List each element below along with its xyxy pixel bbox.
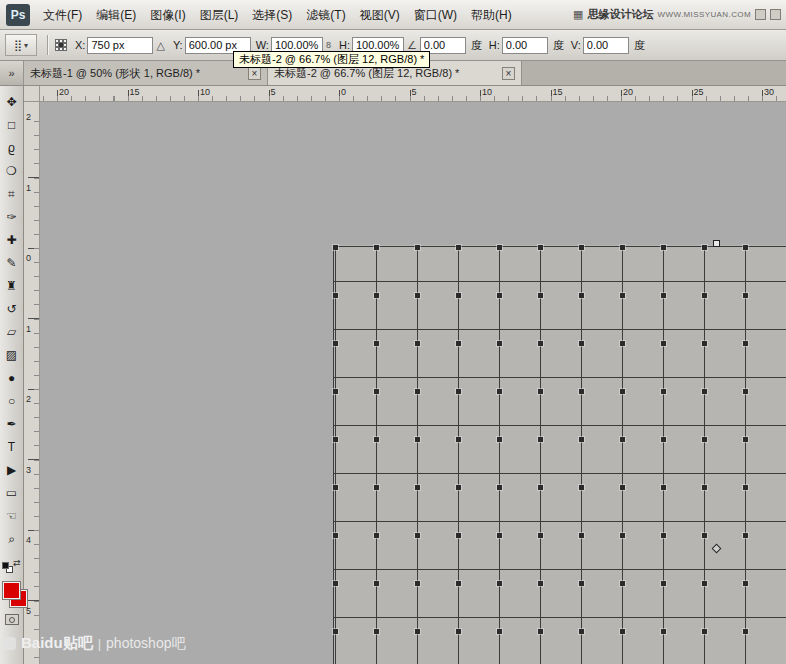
mesh-anchor-point[interactable] bbox=[579, 389, 584, 394]
mesh-anchor-point[interactable] bbox=[661, 341, 666, 346]
clone-stamp-tool[interactable]: ♜ bbox=[0, 274, 23, 297]
mesh-anchor-point[interactable] bbox=[374, 581, 379, 586]
mesh-anchor-point[interactable] bbox=[702, 629, 707, 634]
mesh-anchor-point[interactable] bbox=[456, 533, 461, 538]
mesh-anchor-point[interactable] bbox=[415, 293, 420, 298]
mesh-anchor-point[interactable] bbox=[661, 437, 666, 442]
mesh-anchor-point[interactable] bbox=[497, 245, 502, 250]
mesh-anchor-point[interactable] bbox=[620, 437, 625, 442]
hand-tool[interactable]: ☜ bbox=[0, 504, 23, 527]
mesh-anchor-point[interactable] bbox=[415, 389, 420, 394]
document-tab-1[interactable]: 未标题-1 @ 50% (形状 1, RGB/8) *× bbox=[24, 61, 268, 85]
tab-close-icon[interactable]: × bbox=[248, 67, 261, 80]
mesh-anchor-point[interactable] bbox=[702, 437, 707, 442]
panel-collapse-button[interactable]: » bbox=[0, 61, 24, 85]
ruler-origin-corner[interactable] bbox=[24, 86, 40, 102]
mesh-anchor-point[interactable] bbox=[579, 629, 584, 634]
mesh-anchor-point[interactable] bbox=[374, 389, 379, 394]
mesh-anchor-point[interactable] bbox=[579, 533, 584, 538]
mesh-anchor-point[interactable] bbox=[620, 533, 625, 538]
mesh-anchor-point[interactable] bbox=[333, 389, 338, 394]
menu-item-filter[interactable]: 滤镜(T) bbox=[299, 1, 352, 29]
mesh-anchor-point[interactable] bbox=[702, 293, 707, 298]
mesh-anchor-point[interactable] bbox=[620, 485, 625, 490]
mesh-anchor-point[interactable] bbox=[415, 485, 420, 490]
horizontal-ruler[interactable]: 2015105051015202530 bbox=[40, 86, 786, 102]
mesh-anchor-point[interactable] bbox=[497, 293, 502, 298]
quick-mask-button[interactable] bbox=[5, 614, 19, 625]
mesh-anchor-point[interactable] bbox=[538, 629, 543, 634]
spot-healing-brush-tool[interactable]: ✚ bbox=[0, 228, 23, 251]
mesh-anchor-point[interactable] bbox=[743, 533, 748, 538]
mesh-anchor-point[interactable] bbox=[333, 341, 338, 346]
mesh-anchor-point[interactable] bbox=[743, 389, 748, 394]
menu-item-layer[interactable]: 图层(L) bbox=[193, 1, 246, 29]
maintain-aspect-link-icon[interactable]: 8 bbox=[326, 40, 331, 50]
mesh-anchor-point[interactable] bbox=[333, 629, 338, 634]
mesh-anchor-point[interactable] bbox=[579, 293, 584, 298]
mesh-anchor-point[interactable] bbox=[538, 485, 543, 490]
x-position-input[interactable] bbox=[87, 37, 153, 54]
tab-close-icon[interactable]: × bbox=[502, 67, 515, 80]
history-brush-tool[interactable]: ↺ bbox=[0, 297, 23, 320]
mesh-anchor-point[interactable] bbox=[661, 245, 666, 250]
mesh-anchor-point[interactable] bbox=[702, 485, 707, 490]
move-tool[interactable]: ✥ bbox=[0, 90, 23, 113]
mesh-anchor-point[interactable] bbox=[538, 245, 543, 250]
mesh-anchor-point[interactable] bbox=[661, 293, 666, 298]
window-control-icon[interactable] bbox=[755, 9, 766, 20]
mesh-anchor-point[interactable] bbox=[743, 581, 748, 586]
rectangular-marquee-tool[interactable]: □ bbox=[0, 113, 23, 136]
mesh-anchor-point[interactable] bbox=[456, 437, 461, 442]
vertical-ruler[interactable]: 2101234567 bbox=[24, 102, 40, 664]
mesh-anchor-point[interactable] bbox=[538, 581, 543, 586]
mesh-anchor-point[interactable] bbox=[374, 341, 379, 346]
mesh-anchor-point[interactable] bbox=[620, 629, 625, 634]
mesh-anchor-point[interactable] bbox=[333, 245, 338, 250]
path-selection-tool[interactable]: ▶ bbox=[0, 458, 23, 481]
tool-preset-picker[interactable]: ⣿ ▾ bbox=[5, 34, 37, 56]
photoshop-logo-icon[interactable]: Ps bbox=[6, 4, 30, 26]
mesh-anchor-point[interactable] bbox=[661, 629, 666, 634]
mesh-anchor-point[interactable] bbox=[497, 581, 502, 586]
mesh-anchor-point[interactable] bbox=[415, 437, 420, 442]
mesh-anchor-point[interactable] bbox=[579, 485, 584, 490]
mesh-anchor-point[interactable] bbox=[456, 485, 461, 490]
mesh-anchor-point[interactable] bbox=[579, 437, 584, 442]
mesh-anchor-point[interactable] bbox=[456, 341, 461, 346]
mesh-anchor-point[interactable] bbox=[702, 341, 707, 346]
mesh-anchor-point[interactable] bbox=[743, 341, 748, 346]
mesh-anchor-point[interactable] bbox=[333, 293, 338, 298]
mesh-anchor-point[interactable] bbox=[415, 629, 420, 634]
mesh-anchor-point[interactable] bbox=[497, 533, 502, 538]
mesh-anchor-point[interactable] bbox=[333, 581, 338, 586]
mesh-anchor-point[interactable] bbox=[743, 437, 748, 442]
mesh-anchor-point[interactable] bbox=[456, 293, 461, 298]
mesh-anchor-point[interactable] bbox=[620, 581, 625, 586]
square-transform-handle[interactable] bbox=[713, 240, 720, 247]
window-control-icon[interactable] bbox=[770, 9, 781, 20]
eraser-tool[interactable]: ▱ bbox=[0, 320, 23, 343]
mesh-anchor-point[interactable] bbox=[415, 533, 420, 538]
menu-item-window[interactable]: 窗口(W) bbox=[407, 1, 464, 29]
switch-colors-icon[interactable]: ⇄ bbox=[13, 558, 21, 568]
mesh-anchor-point[interactable] bbox=[661, 533, 666, 538]
blur-tool[interactable]: ● bbox=[0, 366, 23, 389]
mesh-anchor-point[interactable] bbox=[497, 485, 502, 490]
gradient-tool[interactable]: ▨ bbox=[0, 343, 23, 366]
mesh-anchor-point[interactable] bbox=[538, 533, 543, 538]
eyedropper-tool[interactable]: ✑ bbox=[0, 205, 23, 228]
rectangle-shape-tool[interactable]: ▭ bbox=[0, 481, 23, 504]
mesh-anchor-point[interactable] bbox=[333, 533, 338, 538]
mesh-anchor-point[interactable] bbox=[333, 485, 338, 490]
mesh-anchor-point[interactable] bbox=[661, 581, 666, 586]
mesh-anchor-point[interactable] bbox=[743, 485, 748, 490]
mesh-anchor-point[interactable] bbox=[374, 533, 379, 538]
menu-item-select[interactable]: 选择(S) bbox=[245, 1, 299, 29]
mesh-anchor-point[interactable] bbox=[374, 629, 379, 634]
mesh-anchor-point[interactable] bbox=[333, 437, 338, 442]
quick-selection-tool[interactable]: ❍ bbox=[0, 159, 23, 182]
mesh-anchor-point[interactable] bbox=[374, 485, 379, 490]
brush-tool[interactable]: ✎ bbox=[0, 251, 23, 274]
mesh-anchor-point[interactable] bbox=[456, 629, 461, 634]
